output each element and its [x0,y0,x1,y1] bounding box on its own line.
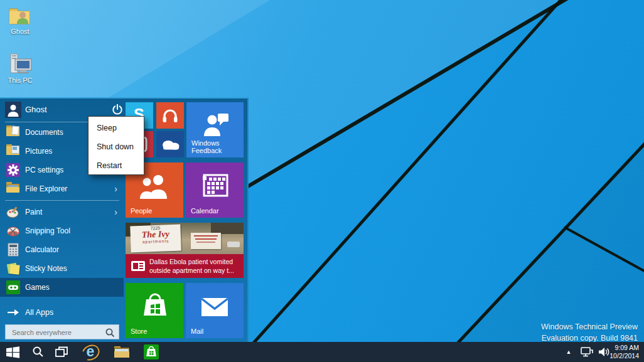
divider [5,200,119,201]
taskbar-clock[interactable]: 9:09 AM 10/2/2014 [609,344,639,360]
speaker-icon [598,346,610,358]
headphones-icon [161,107,180,124]
hidden-icons-button[interactable]: ▲ [562,342,575,362]
tile-label: Mail [191,327,203,335]
task-view-button[interactable] [52,342,71,362]
user-avatar[interactable] [5,102,21,118]
chevron-up-icon: ▲ [566,349,572,355]
search-box[interactable] [5,324,119,339]
search-icon [105,327,115,338]
taskbar-search-button[interactable] [29,342,48,362]
user-name: Ghost [25,105,47,114]
tile-label: Calendar [191,207,219,215]
power-button[interactable] [110,103,124,117]
documents-icon [6,125,20,139]
network-icon [580,346,594,358]
sidebar-item-label: Sticky Notes [25,264,67,273]
sidebar-item-label: PC settings [25,166,63,174]
sidebar-item-label: Games [25,283,50,292]
games-xbox-icon [6,280,20,294]
taskbar-file-explorer[interactable] [112,342,131,362]
news-headline-line2: outside apartment on way t... [149,266,242,275]
sidebar-item-paint[interactable]: Paint › [0,203,124,221]
sidebar-item-label: Paint [25,208,42,216]
snipping-tool-icon [6,224,20,238]
sidebar-item-label: Pictures [25,147,52,156]
mail-envelope-icon [200,297,229,318]
clock-date: 10/2/2014 [609,352,639,360]
chevron-right-icon: › [114,208,117,216]
tile-label: Store [131,327,147,335]
news-sign-sub: apartments [131,238,181,245]
store-bag-icon [140,291,170,321]
sidebar-item-label: Snipping Tool [25,226,70,235]
desktop-icon-label: This PC [0,77,40,84]
menu-item-sleep[interactable]: Sleep [89,119,144,137]
tile-news[interactable]: 7225 The Ivy apartments [126,223,244,278]
search-icon [32,346,45,358]
tile-mail[interactable]: Mail [186,283,244,338]
all-apps-label: All Apps [25,308,53,317]
menu-item-shut-down[interactable]: Shut down [89,137,144,156]
start-button[interactable] [3,342,22,362]
file-explorer-icon [6,182,20,196]
internet-explorer-icon: e [87,344,95,359]
tile-windows-feedback[interactable]: Windows Feedback [186,102,244,157]
feedback-icon [201,111,230,140]
sidebar-item-calculator[interactable]: Calculator [0,240,124,259]
desktop-icon-label: Ghost [0,28,40,35]
user-icon [5,102,21,118]
tile-store[interactable]: Store [126,283,183,338]
people-icon [139,174,171,200]
desktop-icon-this-pc[interactable]: This PC [0,53,40,84]
menu-item-restart[interactable]: Restart [89,156,144,175]
sidebar-item-sticky-notes[interactable]: Sticky Notes [0,259,124,278]
sidebar-item-snipping-tool[interactable]: Snipping Tool [0,221,124,240]
all-apps-button[interactable]: All Apps [0,306,124,319]
sticky-notes-icon [6,262,20,275]
news-icon [131,260,146,272]
power-flyout-menu: Sleep Shut down Restart [88,116,144,175]
windows-logo-icon [6,345,20,359]
desktop: Ghost This PC Ghost [0,0,644,362]
search-input[interactable] [11,326,104,339]
sidebar-item-label: Documents [25,128,63,137]
computer-icon [8,53,33,75]
pictures-icon [6,144,20,158]
arrow-right-icon [6,308,20,317]
settings-gear-icon [6,163,20,177]
chevron-right-icon: › [114,184,117,193]
clock-time: 9:09 AM [609,344,639,352]
calendar-icon [201,171,229,198]
sidebar-item-file-explorer[interactable]: File Explorer › [0,179,124,198]
news-banner: Dallas Ebola patient vomited outside apa… [126,254,244,278]
file-explorer-icon [114,346,129,358]
store-icon [144,344,159,359]
watermark-line1: Windows Technical Preview [541,321,638,333]
sidebar-item-label: File Explorer [25,184,67,193]
user-folder-icon [8,5,33,26]
task-view-icon [55,346,68,358]
taskbar-store[interactable] [142,342,161,362]
tile-calendar[interactable]: Calendar [186,162,244,218]
calculator-icon [6,243,20,257]
power-icon [110,103,124,117]
desktop-icon-ghost[interactable]: Ghost [0,5,40,35]
tile-label: Windows Feedback [191,139,229,154]
watermark: Windows Technical Preview Evaluation cop… [541,321,638,344]
tile-music[interactable] [156,102,184,129]
sidebar-item-games[interactable]: Games [0,278,124,297]
news-photo: 7225 The Ivy apartments [126,223,244,254]
tile-label: People [131,207,152,215]
taskbar: e ▲ [0,342,644,362]
tile-onedrive[interactable] [156,131,184,157]
taskbar-internet-explorer[interactable]: e [81,342,100,362]
onedrive-cloud-icon [159,137,183,153]
sidebar-item-label: Calculator [25,245,59,254]
paint-icon [6,205,20,219]
news-headline-line1: Dallas Ebola patient vomited [149,257,242,266]
network-tray-icon[interactable] [579,342,595,362]
